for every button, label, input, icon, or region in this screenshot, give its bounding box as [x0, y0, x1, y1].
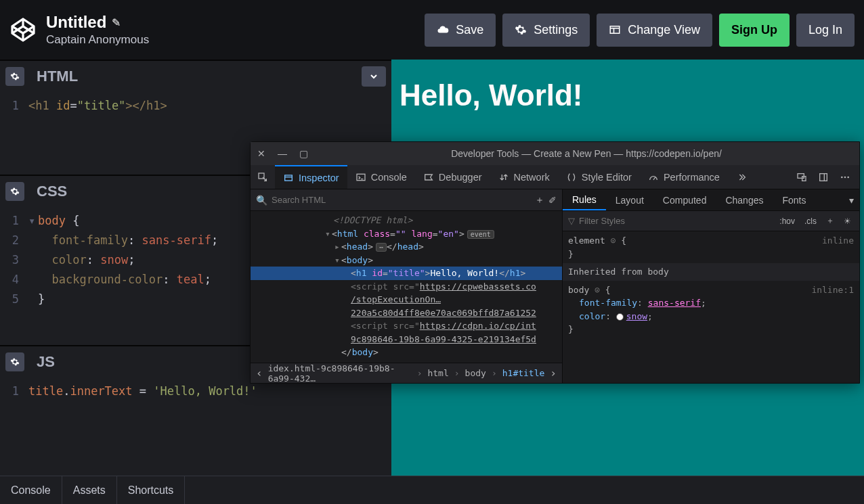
fold-icon[interactable]: ▾: [28, 211, 38, 231]
minimize-icon[interactable]: —: [278, 148, 287, 159]
pen-title-area: Untitled ✎ Captain Anonymous: [46, 13, 149, 47]
preview-heading: Hello, World!: [391, 60, 864, 131]
sign-up-label: Sign Up: [731, 23, 777, 37]
dom-node-selected[interactable]: <h1 id="title">Hello, World!</h1>: [251, 267, 562, 280]
rtab-layout[interactable]: Layout: [606, 189, 653, 210]
svg-rect-4: [285, 175, 293, 181]
hov-toggle[interactable]: :hov: [777, 216, 798, 226]
tab-network-label: Network: [514, 172, 550, 183]
filter-icon: ▽: [568, 216, 575, 226]
rtab-dropdown-icon[interactable]: ▾: [844, 189, 859, 210]
light-mode-icon[interactable]: ☀: [841, 216, 854, 226]
rules-tabs: Rules Layout Computed Changes Fonts ▾: [563, 189, 859, 211]
twisty-icon[interactable]: ▾: [334, 254, 341, 267]
add-node-icon[interactable]: ＋: [535, 194, 544, 206]
pick-element-button[interactable]: [251, 165, 275, 189]
html-panel-menu-button[interactable]: [362, 66, 386, 87]
breadcrumb-body[interactable]: body: [465, 368, 486, 378]
rtab-computed[interactable]: Computed: [653, 189, 716, 210]
edit-title-icon[interactable]: ✎: [112, 16, 121, 29]
svg-rect-0: [610, 26, 620, 34]
maximize-icon[interactable]: ▢: [299, 148, 308, 159]
pen-author[interactable]: Captain Anonymous: [46, 33, 149, 47]
line-number: 1: [0, 96, 28, 116]
style-editor-icon: [566, 172, 577, 183]
devtools-toolbar-right: [787, 165, 859, 189]
color-swatch[interactable]: [616, 313, 624, 321]
footer-tab-shortcuts[interactable]: Shortcuts: [117, 476, 186, 504]
settings-button[interactable]: Settings: [502, 14, 590, 47]
filter-styles-input[interactable]: [579, 216, 773, 226]
tab-debugger[interactable]: Debugger: [415, 165, 490, 189]
change-view-button[interactable]: Change View: [597, 14, 712, 47]
cls-toggle[interactable]: .cls: [802, 216, 819, 226]
performance-icon: [648, 172, 659, 183]
html-settings-button[interactable]: [5, 67, 24, 86]
sign-up-button[interactable]: Sign Up: [719, 14, 790, 47]
svg-point-13: [847, 176, 849, 178]
twisty-icon[interactable]: ▾: [325, 227, 332, 241]
tab-debugger-label: Debugger: [439, 172, 482, 183]
breadcrumb-current[interactable]: h1#title: [502, 368, 545, 378]
rtab-changes[interactable]: Changes: [716, 189, 773, 210]
chevron-left-icon[interactable]: ‹: [256, 367, 263, 380]
ellipsis-icon[interactable]: ⋯: [376, 243, 387, 252]
dom-search-bar: 🔍 ＋ ✐: [251, 189, 562, 211]
twisty-icon[interactable]: ▸: [334, 240, 341, 254]
change-view-label: Change View: [628, 23, 700, 37]
devtools-tabs: Inspector Console Debugger Network Style…: [251, 165, 859, 189]
rules-body[interactable]: element ⊙ {inline } Inherited from body …: [563, 231, 859, 383]
app-header: Untitled ✎ Captain Anonymous Save Settin…: [0, 0, 864, 60]
rtab-rules[interactable]: Rules: [563, 189, 606, 210]
inspector-icon: [283, 173, 294, 183]
breadcrumb-html[interactable]: html: [427, 368, 448, 378]
dom-search-input[interactable]: [272, 195, 531, 205]
log-in-button[interactable]: Log In: [796, 14, 855, 47]
target-icon[interactable]: ⊙: [595, 285, 600, 295]
add-rule-icon[interactable]: ＋: [823, 215, 837, 227]
tab-console[interactable]: Console: [347, 165, 415, 189]
footer-tab-console[interactable]: Console: [0, 476, 62, 504]
header-actions: Save Settings Change View Sign Up Log In: [425, 14, 855, 47]
filter-bar: ▽ :hov .cls ＋ ☀: [563, 211, 859, 231]
js-settings-button[interactable]: [5, 352, 24, 371]
footer: Console Assets Shortcuts: [0, 476, 864, 504]
close-icon[interactable]: ✕: [257, 148, 265, 159]
rtab-fonts[interactable]: Fonts: [773, 189, 815, 210]
css-settings-button[interactable]: [5, 182, 24, 201]
responsive-mode-icon[interactable]: [796, 171, 808, 183]
tab-style-editor[interactable]: Style Editor: [558, 165, 640, 189]
tab-inspector-label: Inspector: [299, 173, 339, 183]
target-icon[interactable]: ⊙: [611, 235, 616, 246]
gear-icon: [515, 24, 527, 36]
tab-performance[interactable]: Performance: [640, 165, 728, 189]
svg-point-12: [844, 176, 846, 178]
network-icon: [498, 172, 509, 183]
devtools-window: ✕ — ▢ Developer Tools — Create a New Pen…: [250, 141, 860, 384]
js-editor[interactable]: 1title.innerText = 'Hello, World!': [0, 377, 391, 476]
css-panel-title: CSS: [30, 180, 74, 203]
codepen-logo: [9, 16, 37, 43]
tabs-overflow-button[interactable]: [728, 165, 755, 189]
debugger-icon: [423, 172, 434, 183]
devtools-titlebar[interactable]: ✕ — ▢ Developer Tools — Create a New Pen…: [251, 142, 859, 165]
html-panel-title: HTML: [30, 65, 85, 88]
save-button[interactable]: Save: [425, 14, 496, 47]
rules-panel: Rules Layout Computed Changes Fonts ▾ ▽ …: [563, 189, 859, 383]
breadcrumb-file[interactable]: idex.html-9c898646-19b8-6a99-432…: [268, 363, 412, 384]
chevron-right-icon[interactable]: ›: [550, 367, 557, 380]
dock-side-icon[interactable]: [817, 171, 829, 183]
dom-tree[interactable]: <!DOCTYPE html> ▾<html class="" lang="en…: [251, 211, 562, 363]
pen-title[interactable]: Untitled: [46, 13, 106, 32]
dom-panel: 🔍 ＋ ✐ <!DOCTYPE html> ▾<html class="" la…: [251, 189, 563, 383]
tab-inspector[interactable]: Inspector: [275, 165, 347, 189]
tab-network[interactable]: Network: [490, 165, 558, 189]
js-panel-title: JS: [30, 350, 62, 373]
log-in-label: Log In: [808, 23, 842, 37]
more-icon[interactable]: [839, 171, 851, 183]
inherited-from-label: Inherited from body: [563, 263, 859, 281]
cloud-icon: [437, 24, 449, 36]
tab-style-editor-label: Style Editor: [582, 172, 632, 183]
footer-tab-assets[interactable]: Assets: [62, 476, 117, 504]
eyedropper-icon[interactable]: ✐: [548, 195, 557, 206]
